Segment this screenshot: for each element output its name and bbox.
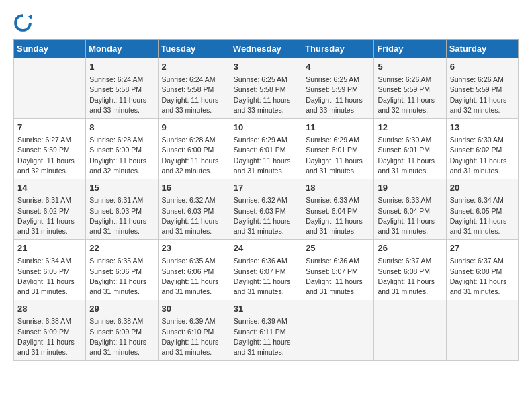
day-number: 31 bbox=[234, 303, 298, 315]
day-info: Sunrise: 6:39 AM Sunset: 6:10 PM Dayligh… bbox=[162, 316, 226, 357]
day-info: Sunrise: 6:35 AM Sunset: 6:06 PM Dayligh… bbox=[162, 256, 226, 297]
calendar-cell bbox=[302, 300, 374, 361]
calendar-cell bbox=[14, 58, 86, 119]
day-number: 20 bbox=[450, 182, 515, 194]
calendar-cell: 10Sunrise: 6:29 AM Sunset: 6:01 PM Dayli… bbox=[230, 119, 302, 179]
calendar-week-row: 21Sunrise: 6:34 AM Sunset: 6:05 PM Dayli… bbox=[14, 240, 519, 300]
calendar-cell: 5Sunrise: 6:26 AM Sunset: 5:59 PM Daylig… bbox=[374, 58, 446, 119]
calendar-cell: 23Sunrise: 6:35 AM Sunset: 6:06 PM Dayli… bbox=[158, 240, 230, 300]
calendar-cell bbox=[446, 300, 518, 361]
logo-icon bbox=[13, 13, 32, 32]
day-info: Sunrise: 6:31 AM Sunset: 6:02 PM Dayligh… bbox=[17, 195, 82, 236]
day-info: Sunrise: 6:36 AM Sunset: 6:07 PM Dayligh… bbox=[306, 256, 370, 297]
day-info: Sunrise: 6:30 AM Sunset: 6:02 PM Dayligh… bbox=[450, 135, 515, 176]
day-info: Sunrise: 6:35 AM Sunset: 6:06 PM Dayligh… bbox=[89, 256, 154, 297]
day-number: 10 bbox=[234, 122, 298, 134]
day-number: 19 bbox=[378, 182, 442, 194]
day-number: 14 bbox=[17, 182, 82, 194]
calendar-cell: 21Sunrise: 6:34 AM Sunset: 6:05 PM Dayli… bbox=[14, 240, 86, 300]
day-info: Sunrise: 6:26 AM Sunset: 5:59 PM Dayligh… bbox=[378, 75, 442, 116]
calendar-week-row: 1Sunrise: 6:24 AM Sunset: 5:58 PM Daylig… bbox=[14, 58, 519, 119]
day-number: 16 bbox=[162, 182, 226, 194]
day-number: 24 bbox=[234, 242, 298, 255]
calendar-cell: 20Sunrise: 6:34 AM Sunset: 6:05 PM Dayli… bbox=[446, 179, 518, 240]
calendar-cell: 6Sunrise: 6:26 AM Sunset: 5:59 PM Daylig… bbox=[446, 58, 518, 119]
calendar-cell: 15Sunrise: 6:31 AM Sunset: 6:03 PM Dayli… bbox=[86, 179, 158, 240]
logo bbox=[13, 13, 35, 32]
day-of-week-header: Wednesday bbox=[230, 40, 302, 58]
day-number: 22 bbox=[89, 242, 154, 255]
day-info: Sunrise: 6:33 AM Sunset: 6:04 PM Dayligh… bbox=[378, 195, 442, 236]
day-number: 12 bbox=[378, 122, 442, 134]
day-number: 21 bbox=[17, 242, 82, 255]
day-number: 11 bbox=[306, 122, 370, 134]
day-info: Sunrise: 6:33 AM Sunset: 6:04 PM Dayligh… bbox=[306, 195, 370, 236]
day-number: 5 bbox=[378, 61, 442, 73]
day-of-week-header: Saturday bbox=[446, 40, 518, 58]
calendar-cell: 17Sunrise: 6:32 AM Sunset: 6:03 PM Dayli… bbox=[230, 179, 302, 240]
calendar-cell: 25Sunrise: 6:36 AM Sunset: 6:07 PM Dayli… bbox=[302, 240, 374, 300]
calendar-cell: 7Sunrise: 6:27 AM Sunset: 5:59 PM Daylig… bbox=[14, 119, 86, 179]
day-number: 6 bbox=[450, 61, 515, 73]
calendar-cell: 19Sunrise: 6:33 AM Sunset: 6:04 PM Dayli… bbox=[374, 179, 446, 240]
day-info: Sunrise: 6:37 AM Sunset: 6:08 PM Dayligh… bbox=[378, 256, 442, 297]
day-info: Sunrise: 6:26 AM Sunset: 5:59 PM Dayligh… bbox=[450, 75, 515, 116]
day-info: Sunrise: 6:39 AM Sunset: 6:11 PM Dayligh… bbox=[234, 316, 298, 357]
calendar-cell: 4Sunrise: 6:25 AM Sunset: 5:59 PM Daylig… bbox=[302, 58, 374, 119]
calendar-week-row: 28Sunrise: 6:38 AM Sunset: 6:09 PM Dayli… bbox=[14, 300, 519, 361]
day-of-week-header: Friday bbox=[374, 40, 446, 58]
day-info: Sunrise: 6:24 AM Sunset: 5:58 PM Dayligh… bbox=[162, 75, 226, 116]
day-number: 29 bbox=[89, 303, 154, 315]
calendar-table: SundayMondayTuesdayWednesdayThursdayFrid… bbox=[13, 39, 519, 361]
calendar-header-row: SundayMondayTuesdayWednesdayThursdayFrid… bbox=[14, 40, 519, 58]
day-info: Sunrise: 6:31 AM Sunset: 6:03 PM Dayligh… bbox=[89, 195, 154, 236]
day-number: 25 bbox=[306, 242, 370, 255]
day-info: Sunrise: 6:25 AM Sunset: 5:58 PM Dayligh… bbox=[234, 75, 298, 116]
day-number: 8 bbox=[89, 122, 154, 134]
day-number: 27 bbox=[450, 242, 515, 255]
calendar-cell: 18Sunrise: 6:33 AM Sunset: 6:04 PM Dayli… bbox=[302, 179, 374, 240]
day-number: 28 bbox=[17, 303, 82, 315]
day-number: 1 bbox=[89, 61, 154, 73]
calendar-cell: 2Sunrise: 6:24 AM Sunset: 5:58 PM Daylig… bbox=[158, 58, 230, 119]
day-number: 4 bbox=[306, 61, 370, 73]
day-number: 13 bbox=[450, 122, 515, 134]
day-info: Sunrise: 6:29 AM Sunset: 6:01 PM Dayligh… bbox=[306, 135, 370, 176]
calendar-cell bbox=[374, 300, 446, 361]
calendar-cell: 27Sunrise: 6:37 AM Sunset: 6:08 PM Dayli… bbox=[446, 240, 518, 300]
calendar-week-row: 7Sunrise: 6:27 AM Sunset: 5:59 PM Daylig… bbox=[14, 119, 519, 179]
day-info: Sunrise: 6:38 AM Sunset: 6:09 PM Dayligh… bbox=[89, 316, 154, 357]
day-number: 7 bbox=[17, 122, 82, 134]
day-info: Sunrise: 6:36 AM Sunset: 6:07 PM Dayligh… bbox=[234, 256, 298, 297]
day-info: Sunrise: 6:30 AM Sunset: 6:01 PM Dayligh… bbox=[378, 135, 442, 176]
day-of-week-header: Sunday bbox=[14, 40, 86, 58]
day-info: Sunrise: 6:37 AM Sunset: 6:08 PM Dayligh… bbox=[450, 256, 515, 297]
calendar-cell: 31Sunrise: 6:39 AM Sunset: 6:11 PM Dayli… bbox=[230, 300, 302, 361]
day-number: 23 bbox=[162, 242, 226, 255]
calendar-cell: 26Sunrise: 6:37 AM Sunset: 6:08 PM Dayli… bbox=[374, 240, 446, 300]
day-info: Sunrise: 6:32 AM Sunset: 6:03 PM Dayligh… bbox=[162, 195, 226, 236]
calendar-cell: 9Sunrise: 6:28 AM Sunset: 6:00 PM Daylig… bbox=[158, 119, 230, 179]
calendar-cell: 11Sunrise: 6:29 AM Sunset: 6:01 PM Dayli… bbox=[302, 119, 374, 179]
day-info: Sunrise: 6:38 AM Sunset: 6:09 PM Dayligh… bbox=[17, 316, 82, 357]
calendar-cell: 22Sunrise: 6:35 AM Sunset: 6:06 PM Dayli… bbox=[86, 240, 158, 300]
calendar-cell: 24Sunrise: 6:36 AM Sunset: 6:07 PM Dayli… bbox=[230, 240, 302, 300]
day-number: 26 bbox=[378, 242, 442, 255]
day-of-week-header: Monday bbox=[86, 40, 158, 58]
day-info: Sunrise: 6:34 AM Sunset: 6:05 PM Dayligh… bbox=[17, 256, 82, 297]
day-number: 3 bbox=[234, 61, 298, 73]
calendar-cell: 14Sunrise: 6:31 AM Sunset: 6:02 PM Dayli… bbox=[14, 179, 86, 240]
day-number: 18 bbox=[306, 182, 370, 194]
day-number: 30 bbox=[162, 303, 226, 315]
day-info: Sunrise: 6:27 AM Sunset: 5:59 PM Dayligh… bbox=[17, 135, 82, 176]
day-info: Sunrise: 6:32 AM Sunset: 6:03 PM Dayligh… bbox=[234, 195, 298, 236]
calendar-cell: 16Sunrise: 6:32 AM Sunset: 6:03 PM Dayli… bbox=[158, 179, 230, 240]
calendar-cell: 12Sunrise: 6:30 AM Sunset: 6:01 PM Dayli… bbox=[374, 119, 446, 179]
day-number: 9 bbox=[162, 122, 226, 134]
calendar-cell: 30Sunrise: 6:39 AM Sunset: 6:10 PM Dayli… bbox=[158, 300, 230, 361]
day-info: Sunrise: 6:28 AM Sunset: 6:00 PM Dayligh… bbox=[89, 135, 154, 176]
day-of-week-header: Thursday bbox=[302, 40, 374, 58]
calendar-cell: 13Sunrise: 6:30 AM Sunset: 6:02 PM Dayli… bbox=[446, 119, 518, 179]
day-info: Sunrise: 6:28 AM Sunset: 6:00 PM Dayligh… bbox=[162, 135, 226, 176]
day-number: 15 bbox=[89, 182, 154, 194]
